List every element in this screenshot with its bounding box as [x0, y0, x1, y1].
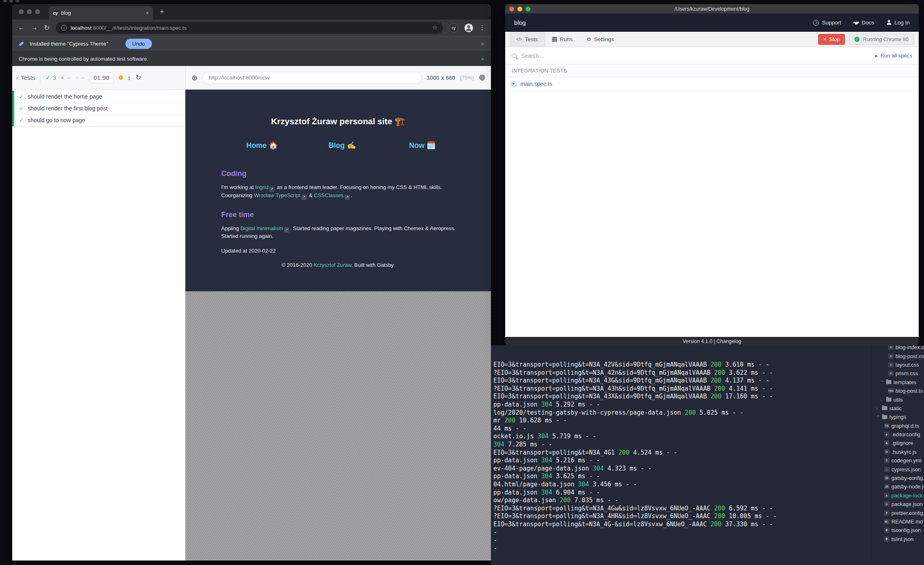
folder-icon [882, 415, 887, 419]
link-ingrid[interactable]: Ingrid [255, 184, 268, 190]
file-tree-item[interactable]: #blog-index.cs [871, 345, 924, 352]
file-tree-item[interactable]: #layout.css [871, 361, 924, 369]
link-wroclaw-typescript[interactable]: Wrocław TypeScript [254, 192, 300, 198]
file-tree-item[interactable]: e.editorconfig [871, 430, 924, 439]
prettier-file-icon: P [884, 510, 889, 516]
file-tree-item[interactable]: ›static [871, 404, 924, 413]
support-menu-item[interactable]: ? Support [813, 20, 841, 26]
tab-tests[interactable]: </> Tests [509, 32, 545, 47]
chevron-right-icon[interactable]: › [880, 398, 884, 402]
browser-tab[interactable]: cy blog × [49, 6, 153, 20]
infobar-close-icon[interactable]: × [481, 40, 484, 47]
window-controls[interactable] [509, 7, 530, 11]
window-controls[interactable] [19, 9, 40, 14]
tab-close-icon[interactable]: × [145, 9, 149, 16]
address-bar[interactable]: i localhost:8000/__/#/tests/integration/… [56, 22, 443, 34]
link-cssclasses[interactable]: CSSClasses [314, 192, 344, 198]
reporter-controls: ‹ Tests ✓ 3 × -- ○ -- [12, 72, 185, 84]
back-to-tests-button[interactable]: ‹ Tests [16, 74, 35, 81]
tab-settings[interactable]: ⚙ Settings [580, 32, 621, 47]
app-preview-stage: Krzysztof Żuraw personal site 🏗️ Home 🏠 … [185, 90, 491, 561]
test-result-item[interactable]: ✓should go to now page [14, 114, 185, 126]
file-tree-item[interactable]: JSgatsby-config.j [871, 474, 924, 482]
minimize-window-button[interactable] [517, 7, 522, 11]
chevron-right-icon[interactable]: › [876, 406, 880, 411]
maximize-window-button[interactable] [35, 9, 40, 14]
file-tree-item[interactable]: H.huskyrc.js [871, 448, 924, 456]
terminal-line: ?EIO=3&transport=polling&t=N3A_42n&sid=9… [493, 369, 777, 377]
app-version-footer[interactable]: Version 4.1.0 | Changelog [505, 337, 919, 345]
cypress-extension-icon[interactable]: cy [449, 23, 458, 33]
failed-count[interactable]: × -- [61, 74, 70, 81]
chevron-down-icon[interactable]: › [880, 380, 884, 384]
file-tree-item[interactable]: JSgatsby-node.js [871, 482, 924, 491]
passed-count[interactable]: ✓ 3 [45, 74, 56, 81]
undo-theme-button[interactable]: Undo [125, 39, 152, 49]
file-tree-item[interactable]: #blog-post.cs [871, 352, 924, 360]
app-under-test-url[interactable]: http://localhost:8000/now [202, 72, 422, 84]
nav-link-blog[interactable]: Blog ✍️ [302, 141, 383, 150]
reload-icon[interactable]: ↻ [44, 24, 50, 32]
file-tree-item[interactable]: npackage-lock.js [871, 491, 924, 500]
infobar-close-icon[interactable]: × [481, 55, 484, 62]
file-tree-item[interactable]: ◆.gitignore [871, 439, 924, 447]
gear-file-icon: ⚙ [884, 528, 889, 533]
browser-menu-icon[interactable]: ⋮ [479, 24, 485, 31]
close-window-button[interactable] [19, 9, 24, 14]
file-tree-item[interactable]: TSgraphql.d.ts [871, 422, 924, 430]
spec-file-row[interactable]: main.spec.ts [505, 77, 919, 91]
run-all-specs-button[interactable]: ▶ Run all specs [875, 53, 912, 59]
terminal-line: 304 7.285 ms - - [493, 441, 777, 449]
test-result-item[interactable]: ✓should render the home page [14, 91, 185, 103]
close-window-button[interactable] [509, 7, 514, 11]
login-menu-item[interactable]: Log In [886, 20, 910, 26]
calendar-emoji: 🗓️ [427, 141, 436, 149]
auto-scroll-indicator[interactable] [119, 75, 123, 80]
browser-status-button[interactable]: ✓ Running Chrome 80 [849, 34, 914, 45]
file-tree-item[interactable]: M↓README.md [871, 517, 924, 526]
bookmark-star-icon[interactable]: ☆ [432, 24, 438, 31]
pending-count[interactable]: ○ -- [75, 74, 85, 81]
file-tree-item[interactable]: Ycodegen.yml [871, 456, 924, 465]
project-name: blog [514, 19, 526, 26]
file-tree-item[interactable]: Pprettier.config.j [871, 508, 924, 517]
minimize-window-button[interactable] [27, 9, 32, 14]
css-file-icon: # [888, 371, 893, 376]
profile-avatar[interactable] [464, 24, 473, 32]
test-result-item[interactable]: ✓should render the first blog post [14, 103, 185, 114]
file-tree-item[interactable]: npackage.json [871, 500, 924, 508]
new-tab-button[interactable]: + [160, 7, 164, 16]
nav-link-now[interactable]: Now 🗓️ [382, 141, 462, 150]
docs-menu-item[interactable]: Docs [854, 20, 874, 26]
maximize-window-button[interactable] [526, 7, 530, 11]
rerun-tests-icon[interactable]: ↻ [136, 74, 141, 81]
file-tree-item[interactable]: ⚙tslint.json [871, 535, 924, 543]
tab-runs[interactable]: Runs [545, 32, 580, 47]
url-text[interactable]: localhost:8000/__/#/tests/integration/ma… [70, 25, 428, 31]
page-info-icon[interactable]: i [61, 25, 67, 31]
chevron-down-icon[interactable]: › [876, 415, 880, 419]
spec-search-input[interactable] [521, 53, 871, 59]
back-icon[interactable]: ← [18, 24, 25, 32]
terminal-line: EIO=3&transport=polling&t=N3A_42V&sid=9D… [493, 361, 777, 369]
terminal-line: ?EIO=3&transport=polling&t=N3A_43h&sid=9… [493, 385, 777, 393]
background-window-dot [15, 0, 19, 2]
file-tree-item[interactable]: ›templates [871, 378, 924, 387]
scroll-toggle-icon[interactable]: ↕ [128, 74, 131, 81]
construction-crane-emoji: 🏗️ [395, 117, 405, 126]
file-tree-item[interactable]: #prism.css [871, 369, 924, 378]
file-tree-item[interactable]: ⚙tsconfig.json [871, 526, 924, 534]
file-tree-item[interactable]: ›utils [871, 395, 924, 404]
nav-link-home[interactable]: Home 🏠 [222, 141, 302, 150]
file-name: blog-index.cs [895, 345, 924, 350]
viewport-info-icon[interactable]: i [479, 75, 485, 81]
link-author[interactable]: Krzysztof Żuraw [314, 262, 351, 268]
file-tree-item[interactable]: ›typings [871, 413, 924, 421]
file-tree-item[interactable]: ○cypress.json [871, 465, 924, 473]
selector-playground-icon[interactable]: ⊕ [191, 73, 198, 82]
forward-icon[interactable]: → [31, 24, 38, 32]
stop-button[interactable]: × Stop [818, 34, 845, 45]
tab-title: blog [61, 10, 142, 16]
link-digital-minimalism[interactable]: Digital minimalism [240, 225, 283, 231]
file-tree-item[interactable]: TSXblog-post.ts [871, 387, 924, 395]
